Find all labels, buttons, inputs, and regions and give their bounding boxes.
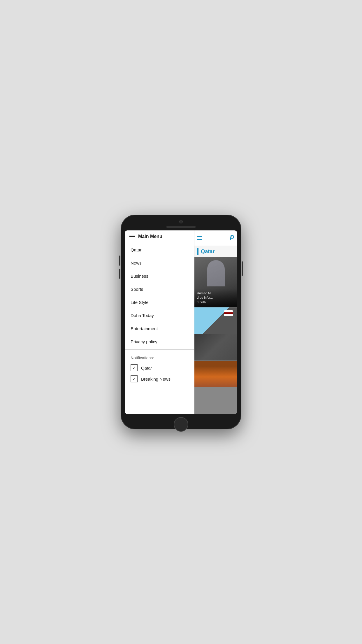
checkbox-breaking-news[interactable]: ✓ <box>131 375 138 382</box>
notifications-section: Notifications: ✓ Qatar ✓ Breaking News <box>125 351 194 391</box>
section-label: Qatar <box>201 249 215 255</box>
notification-breaking-news-label: Breaking News <box>141 377 171 382</box>
menu-item-privacy-policy[interactable]: Privacy policy <box>125 335 194 348</box>
meeting-image <box>194 361 237 387</box>
person-silhouette <box>207 260 225 286</box>
vol-up-button[interactable] <box>119 256 120 266</box>
notification-breaking-news[interactable]: ✓ Breaking News <box>131 375 188 382</box>
menu-item-sports[interactable]: Sports <box>125 283 194 296</box>
content-header: P <box>194 230 237 246</box>
menu-item-news[interactable]: News <box>125 256 194 270</box>
section-bar <box>197 248 198 255</box>
content-body: Qatar Hamad M...drug infor...month <box>194 246 237 414</box>
menu-item-lifestyle[interactable]: Life Style <box>125 296 194 309</box>
news-image-large[interactable]: Hamad M...drug infor...month <box>194 257 237 307</box>
news-headline: Hamad M...drug infor...month <box>197 291 235 304</box>
content-hamburger-icon[interactable] <box>197 236 202 240</box>
notification-qatar[interactable]: ✓ Qatar <box>131 364 188 371</box>
menu-item-qatar[interactable]: Qatar <box>125 243 194 256</box>
phone-frame: Main Menu Qatar News Business Sports Lif… <box>121 215 241 429</box>
menu-header: Main Menu <box>125 230 194 243</box>
content-logo: P <box>230 234 234 242</box>
notification-qatar-label: Qatar <box>141 365 152 370</box>
menu-items-list: Qatar News Business Sports Life Style Do… <box>125 243 194 414</box>
menu-title: Main Menu <box>138 234 162 239</box>
menu-item-business[interactable]: Business <box>125 270 194 283</box>
news-overlay: Hamad M...drug infor...month <box>194 289 237 307</box>
checkbox-qatar[interactable]: ✓ <box>131 364 138 371</box>
home-button[interactable] <box>174 417 188 432</box>
flag-image <box>194 307 237 334</box>
news-image-meeting[interactable] <box>194 361 237 387</box>
news-images-list: Hamad M...drug infor...month <box>194 257 237 414</box>
phone-screen: Main Menu Qatar News Business Sports Lif… <box>125 230 237 414</box>
vol-down-button[interactable] <box>119 269 120 279</box>
menu-item-entertainment[interactable]: Entertainment <box>125 322 194 335</box>
menu-panel: Main Menu Qatar News Business Sports Lif… <box>125 230 194 414</box>
news-image-flag[interactable] <box>194 307 237 334</box>
front-camera <box>179 220 183 223</box>
hamburger-icon[interactable] <box>129 235 135 238</box>
section-header: Qatar <box>194 246 237 257</box>
power-button[interactable] <box>242 261 243 276</box>
speaker <box>166 226 196 228</box>
menu-item-doha-today[interactable]: Doha Today <box>125 309 194 322</box>
dark-image <box>194 334 237 360</box>
news-image-dark[interactable] <box>194 334 237 360</box>
notifications-title: Notifications: <box>131 356 188 360</box>
menu-divider <box>125 349 194 350</box>
content-panel: P Qatar Hamad M...drug infor...month <box>194 230 237 414</box>
